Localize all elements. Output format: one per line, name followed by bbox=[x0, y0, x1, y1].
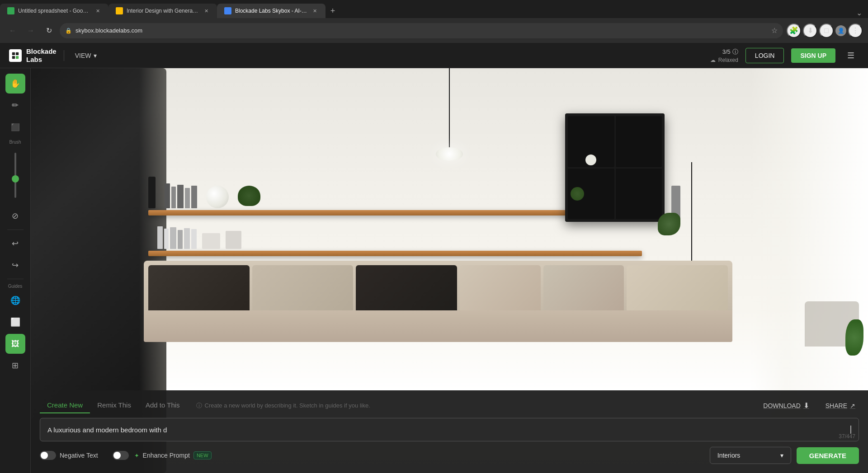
view-dropdown[interactable]: VIEW ▾ bbox=[71, 50, 101, 61]
share-button[interactable]: SHARE ↗ bbox=[822, 399, 859, 412]
tool-grid[interactable]: ⊞ bbox=[5, 356, 25, 375]
main-content: ✋ ✏ ⬛ Brush ⊘ ↩ ↪ Guides bbox=[0, 68, 868, 473]
enhance-prompt-group: ✦ Enhance Prompt NEW bbox=[113, 451, 212, 460]
tool-pencil[interactable]: ✏ bbox=[5, 95, 25, 115]
generate-row: Interiors ▾ GENERATE bbox=[710, 447, 859, 464]
new-tab-button[interactable]: + bbox=[326, 4, 340, 18]
svg-rect-3 bbox=[16, 56, 19, 58]
hint-icon: ⓘ bbox=[196, 402, 202, 410]
brush-size-slider[interactable] bbox=[14, 153, 16, 198]
prompt-text: A luxurious and modern bedroom with d bbox=[47, 426, 850, 434]
canvas-area: Create New Remix This Add to This ⓘ Crea… bbox=[31, 68, 868, 473]
quota-mode: ☁ Relaxed bbox=[710, 57, 738, 63]
back-button[interactable]: ← bbox=[5, 23, 20, 38]
tool-image-upload[interactable]: 🖼 bbox=[5, 334, 25, 354]
tool-bucket[interactable]: ⬛ bbox=[5, 117, 25, 137]
more-button[interactable]: ⋮ bbox=[848, 23, 863, 38]
quota-mode-icon: ☁ bbox=[710, 57, 716, 63]
tool-redo[interactable]: ↪ bbox=[5, 255, 25, 275]
negative-text-label: Negative Text bbox=[60, 452, 98, 459]
enhance-prompt-toggle[interactable] bbox=[113, 451, 129, 460]
tool-globe[interactable]: 🌐 bbox=[5, 290, 25, 310]
sidebar-toggle[interactable]: □ bbox=[819, 23, 834, 38]
header-separator bbox=[64, 50, 64, 61]
tab-2[interactable]: Interior Design with Generati... ✕ bbox=[108, 4, 217, 18]
svg-rect-1 bbox=[16, 52, 19, 55]
quota-info: 3/5 ⓘ ☁ Relaxed bbox=[710, 48, 738, 63]
bottom-tabs-row: Create New Remix This Add to This ⓘ Crea… bbox=[40, 398, 859, 413]
tab-2-label: Interior Design with Generati... bbox=[127, 8, 199, 14]
reload-button[interactable]: ↻ bbox=[42, 23, 56, 38]
quota-info-icon: ⓘ bbox=[732, 48, 738, 56]
enhance-prompt-label: Enhance Prompt bbox=[143, 452, 190, 459]
forward-button[interactable]: → bbox=[24, 23, 38, 38]
bookmark-icon[interactable]: ☆ bbox=[771, 26, 778, 35]
bottom-panel: Create New Remix This Add to This ⓘ Crea… bbox=[31, 390, 868, 473]
tab-1-favicon bbox=[7, 7, 14, 14]
extensions-button[interactable]: 🧩 bbox=[787, 23, 801, 38]
left-toolbar: ✋ ✏ ⬛ Brush ⊘ ↩ ↪ Guides bbox=[0, 68, 31, 473]
brush-slider-container bbox=[0, 148, 38, 202]
app-header: Blockade Labs VIEW ▾ 3/5 ⓘ ☁ Relaxed LOG… bbox=[0, 43, 868, 68]
signup-button[interactable]: SIGN UP bbox=[791, 48, 835, 63]
cube-icon: ⬜ bbox=[10, 317, 20, 327]
grid-icon: ⊞ bbox=[12, 361, 19, 370]
image-icon: 🖼 bbox=[11, 339, 19, 349]
options-row: Negative Text ✦ Enhance Prompt NEW bbox=[40, 447, 859, 464]
tool-select[interactable]: ✋ bbox=[5, 74, 25, 94]
download-label: DOWNLOAD bbox=[763, 402, 800, 409]
hand-icon: ✋ bbox=[10, 79, 20, 89]
share-icon: ↗ bbox=[850, 402, 855, 409]
logo-icon bbox=[9, 49, 22, 62]
hamburger-button[interactable]: ☰ bbox=[843, 47, 859, 64]
quota-mode-label: Relaxed bbox=[718, 57, 738, 63]
negative-text-toggle[interactable] bbox=[40, 451, 56, 460]
download-button[interactable]: ⬇ bbox=[803, 23, 817, 38]
download-button[interactable]: DOWNLOAD ⬇ bbox=[760, 399, 812, 412]
tool-cube[interactable]: ⬜ bbox=[5, 312, 25, 332]
char-count: 37/447 bbox=[839, 433, 855, 440]
tool-undo[interactable]: ↩ bbox=[5, 234, 25, 253]
tab-2-close[interactable]: ✕ bbox=[203, 7, 210, 14]
redo-icon: ↪ bbox=[12, 260, 19, 270]
globe-icon: 🌐 bbox=[10, 295, 20, 305]
prompt-input[interactable]: A luxurious and modern bedroom with d bbox=[40, 418, 859, 441]
share-label: SHARE bbox=[826, 402, 847, 409]
download-icon: ⬇ bbox=[803, 401, 809, 410]
view-chevron-icon: ▾ bbox=[94, 52, 97, 59]
enhance-prompt-knob bbox=[113, 452, 121, 459]
text-cursor bbox=[850, 426, 851, 434]
profile-avatar[interactable]: 👤 bbox=[835, 25, 846, 36]
browser-chrome: Untitled spreadsheet - Goog... ✕ Interio… bbox=[0, 0, 868, 43]
tab-list-button[interactable]: ⌄ bbox=[854, 7, 864, 18]
tab-bar: Untitled spreadsheet - Goog... ✕ Interio… bbox=[0, 0, 868, 18]
nav-bar: ← → ↻ 🔒 skybox.blockadelabs.com ☆ 🧩 ⬇ □ … bbox=[0, 18, 868, 43]
prompt-row: A luxurious and modern bedroom with d 37… bbox=[40, 418, 859, 441]
tab-3[interactable]: Blockade Labs Skybox - AI-G... ✕ bbox=[217, 4, 326, 18]
lock-icon: 🔒 bbox=[65, 28, 72, 34]
login-button[interactable]: LOGIN bbox=[745, 48, 784, 63]
tab-remix-this[interactable]: Remix This bbox=[90, 398, 138, 413]
tab-create-new[interactable]: Create New bbox=[40, 398, 90, 413]
tab-add-to-this[interactable]: Add to This bbox=[138, 398, 187, 413]
tab-1-close[interactable]: ✕ bbox=[94, 7, 101, 14]
tool-erase[interactable]: ⊘ bbox=[5, 206, 25, 226]
tab-3-favicon bbox=[224, 7, 231, 14]
tab-1[interactable]: Untitled spreadsheet - Goog... ✕ bbox=[0, 4, 108, 18]
app-logo: Blockade Labs bbox=[9, 47, 57, 64]
svg-rect-2 bbox=[12, 56, 15, 58]
bucket-icon: ⬛ bbox=[11, 123, 20, 131]
style-chevron-icon: ▾ bbox=[780, 452, 783, 459]
header-right: 3/5 ⓘ ☁ Relaxed LOGIN SIGN UP ☰ bbox=[710, 47, 859, 64]
logo-text: Blockade Labs bbox=[26, 47, 57, 64]
negative-text-knob bbox=[41, 452, 48, 459]
style-select[interactable]: Interiors ▾ bbox=[710, 447, 791, 464]
generate-button[interactable]: GENERATE bbox=[797, 447, 859, 464]
guides-label: Guides bbox=[8, 284, 23, 289]
address-bar[interactable]: 🔒 skybox.blockadelabs.com ☆ bbox=[60, 23, 783, 38]
app: Blockade Labs VIEW ▾ 3/5 ⓘ ☁ Relaxed LOG… bbox=[0, 43, 868, 473]
hint-text: Create a new world by describing it. Ske… bbox=[205, 402, 370, 409]
tab-2-favicon bbox=[116, 7, 123, 14]
tab-3-close[interactable]: ✕ bbox=[311, 7, 318, 14]
erase-icon: ⊘ bbox=[12, 211, 19, 221]
